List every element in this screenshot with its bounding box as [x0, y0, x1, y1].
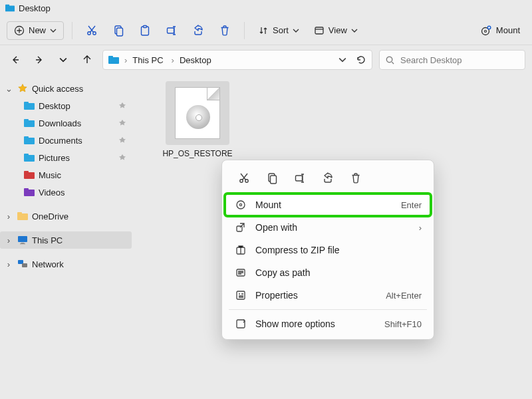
ctx-item-accel: Shift+F10 — [384, 319, 422, 329]
search-input[interactable]: Search Desktop — [379, 50, 525, 70]
ctx-delete-button[interactable] — [346, 168, 366, 188]
ctx-item-copy-as-path[interactable]: Copy as path — [225, 261, 431, 284]
sidebar-quick-access[interactable]: ⌄ Quick access — [0, 80, 132, 97]
sidebar-item-downloads[interactable]: Downloads — [0, 114, 132, 132]
up-button[interactable] — [78, 51, 96, 68]
rename-button[interactable] — [160, 21, 183, 40]
cut-button[interactable] — [80, 21, 103, 40]
refresh-icon[interactable] — [356, 55, 366, 65]
svg-point-12 — [484, 30, 486, 32]
svg-rect-31 — [18, 236, 27, 242]
sidebar-network[interactable]: › Network — [0, 255, 132, 273]
ctx-item-mount[interactable]: MountEnter — [225, 194, 431, 216]
separator — [244, 22, 245, 39]
svg-rect-48 — [237, 320, 245, 328]
sidebar-item-label: Desktop — [39, 101, 114, 111]
pin-icon — [118, 136, 126, 144]
ctx-item-label: Open with — [255, 222, 411, 233]
sort-button[interactable]: Sort — [253, 22, 305, 39]
ctx-item-label: Show more options — [255, 319, 376, 329]
sidebar-this-pc[interactable]: › This PC — [0, 231, 132, 249]
share-button[interactable] — [187, 21, 209, 40]
file-item[interactable]: HP_OS_RESTORE — [161, 81, 234, 158]
sidebar-item-desktop[interactable]: Desktop — [0, 97, 132, 114]
rename-icon — [294, 172, 306, 184]
plus-circle-icon — [14, 25, 25, 36]
folder-icon — [24, 102, 35, 110]
view-button[interactable]: View — [309, 22, 363, 39]
svg-point-42 — [239, 203, 241, 205]
folder-icon — [24, 188, 35, 196]
copy-button[interactable] — [107, 21, 130, 40]
svg-rect-15 — [108, 56, 113, 59]
ctx-item-open-with[interactable]: Open with› — [225, 216, 431, 239]
file-thumbnail — [166, 81, 229, 145]
svg-rect-10 — [315, 27, 323, 34]
back-button[interactable] — [7, 51, 24, 68]
sidebar-item-label: Documents — [39, 136, 114, 146]
svg-rect-1 — [5, 5, 9, 7]
folder-icon — [17, 212, 28, 220]
star-icon — [17, 83, 28, 94]
arrow-left-icon — [10, 55, 21, 65]
sidebar-item-music[interactable]: Music — [0, 166, 132, 184]
mount-label: Mount — [496, 25, 520, 35]
sort-label: Sort — [273, 25, 289, 35]
svg-rect-8 — [144, 25, 147, 27]
folder-icon — [5, 4, 15, 12]
svg-point-41 — [237, 201, 245, 209]
recent-button[interactable] — [55, 51, 72, 68]
ctx-item-show-more-options[interactable]: Show more optionsShift+F10 — [225, 313, 431, 335]
trash-icon — [350, 172, 362, 184]
chevron-down-icon — [59, 56, 67, 64]
ctx-item-properties[interactable]: PropertiesAlt+Enter — [225, 284, 431, 307]
mount-button[interactable]: Mount — [475, 21, 525, 40]
chevron-down-icon — [293, 27, 299, 34]
svg-rect-33 — [20, 243, 25, 244]
chevron-down-icon — [50, 27, 57, 34]
sidebar-item-videos[interactable]: Videos — [0, 184, 132, 201]
svg-rect-22 — [24, 136, 29, 139]
paste-icon — [139, 25, 151, 37]
breadcrumb-segment[interactable]: This PC› — [132, 55, 174, 65]
address-bar[interactable]: › This PC› Desktop — [102, 50, 372, 70]
ctx-item-compress-to-zip-file[interactable]: Compress to ZIP file — [225, 239, 431, 261]
sidebar-item-label: Downloads — [39, 118, 114, 128]
delete-button[interactable] — [213, 21, 236, 40]
separator — [229, 309, 427, 310]
ctx-share-button[interactable] — [318, 168, 338, 188]
monitor-icon — [17, 235, 28, 245]
pin-icon — [118, 102, 126, 110]
breadcrumb-segment[interactable]: Desktop — [180, 55, 211, 65]
sidebar-item-label: Videos — [39, 188, 126, 198]
new-button[interactable]: New — [7, 21, 64, 40]
svg-rect-26 — [24, 171, 29, 174]
folder-icon — [24, 119, 35, 127]
chevron-down-icon[interactable] — [338, 56, 346, 64]
copy-icon — [112, 25, 124, 37]
ctx-item-label: Compress to ZIP file — [255, 245, 414, 255]
ctx-item-accel: Alt+Enter — [386, 291, 422, 301]
trash-icon — [219, 25, 231, 37]
copypath-icon — [234, 267, 247, 279]
forward-button[interactable] — [31, 51, 48, 68]
copy-icon — [266, 172, 278, 184]
ctx-cut-button[interactable] — [234, 168, 254, 188]
svg-rect-9 — [168, 28, 174, 33]
svg-rect-20 — [24, 119, 29, 122]
sidebar-onedrive[interactable]: › OneDrive — [0, 207, 132, 225]
rename-icon — [166, 25, 178, 37]
window-title: Desktop — [19, 3, 51, 13]
openwith-icon — [234, 221, 247, 233]
sort-icon — [258, 25, 269, 36]
disc-mount-icon — [480, 25, 492, 37]
sidebar-item-pictures[interactable]: Pictures — [0, 149, 132, 166]
ctx-rename-button[interactable] — [290, 168, 310, 188]
folder-icon — [24, 154, 35, 162]
paste-button[interactable] — [134, 21, 156, 40]
sidebar-item-label: Music — [39, 170, 126, 180]
ctx-copy-button[interactable] — [262, 168, 282, 188]
navigation-pane: ⌄ Quick access DesktopDownloadsDocuments… — [0, 74, 132, 399]
file-name: HP_OS_RESTORE — [161, 149, 234, 158]
sidebar-item-documents[interactable]: Documents — [0, 132, 132, 149]
